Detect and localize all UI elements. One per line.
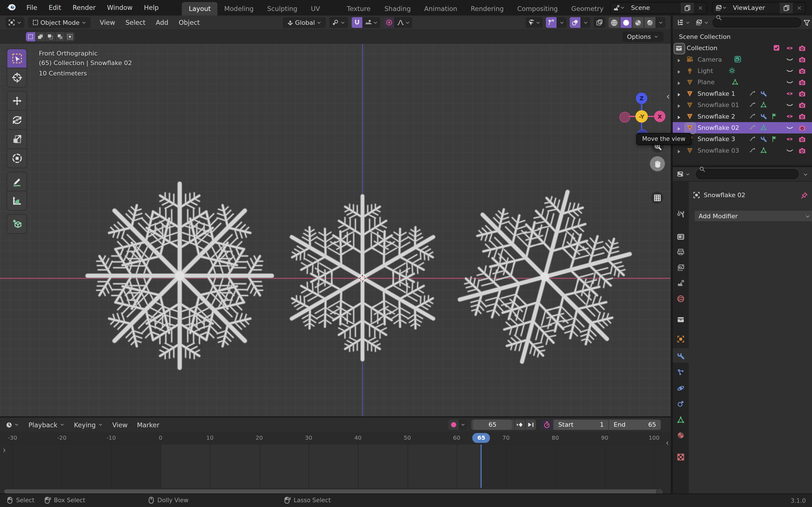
properties-tab-constraints[interactable]	[673, 396, 689, 411]
select-mode-extend-button[interactable]	[36, 32, 46, 41]
select-mode-set-button[interactable]	[26, 32, 36, 41]
properties-tab-particles[interactable]	[673, 365, 689, 379]
snap-toggle-button[interactable]	[352, 17, 363, 28]
timeline-menu-marker[interactable]: Marker	[132, 421, 164, 429]
eye-open-icon[interactable]	[786, 135, 794, 143]
workspace-tab-texture-paint[interactable]: Texture Paint	[340, 2, 377, 15]
outliner-row-snowflake-03[interactable]: Snowflake 03	[673, 145, 812, 156]
tool-measure-button[interactable]	[7, 191, 27, 211]
expand-icon[interactable]	[676, 149, 681, 154]
tool-cursor-button[interactable]	[7, 68, 27, 88]
tool-move-button[interactable]	[7, 91, 27, 111]
editor-type-button[interactable]	[6, 17, 24, 28]
mode-dropdown[interactable]: Object Mode	[28, 17, 90, 28]
object-visibility-dropdown[interactable]	[525, 17, 543, 28]
properties-tab-material[interactable]	[673, 428, 689, 442]
workspace-tab-layout[interactable]: Layout	[182, 2, 218, 15]
workspace-tab-uv-editing[interactable]: UV Editing	[304, 2, 340, 15]
unlink-scene-button[interactable]	[694, 2, 707, 13]
tool-scale-button[interactable]	[7, 129, 27, 149]
new-scene-button[interactable]	[680, 2, 694, 13]
properties-tab-scene[interactable]	[673, 276, 689, 290]
camera-render-icon[interactable]	[799, 147, 806, 154]
tool-annotate-button[interactable]	[7, 172, 27, 191]
viewport-menu-object[interactable]: Object	[173, 18, 205, 26]
workspace-tab-animation[interactable]: Animation	[417, 2, 464, 15]
properties-editor-type-button[interactable]	[675, 169, 692, 180]
camera-render-icon[interactable]	[799, 112, 806, 120]
workspace-tab-compositing[interactable]: Compositing	[511, 2, 565, 15]
current-frame-badge[interactable]: 65	[472, 433, 490, 443]
timeline-editor-type-button[interactable]	[4, 419, 21, 431]
eye-open-icon[interactable]	[786, 90, 794, 97]
expand-icon[interactable]	[676, 103, 681, 108]
outliner-row-plane[interactable]: Plane	[673, 76, 812, 88]
add-modifier-dropdown[interactable]: Add Modifier	[694, 210, 812, 222]
select-mode-invert-button[interactable]	[56, 32, 65, 41]
viewport-menu-view[interactable]: View	[94, 18, 120, 26]
timeline-ruler[interactable]: -30-20-10010203040506070809010065	[0, 432, 671, 445]
snowflake-object[interactable]	[460, 192, 630, 362]
expand-icon[interactable]	[676, 58, 681, 63]
scene-browse-button[interactable]	[611, 2, 627, 13]
properties-search-input[interactable]	[696, 169, 799, 179]
properties-tab-object[interactable]	[673, 332, 689, 346]
menu-help[interactable]: Help	[138, 0, 164, 15]
tool-add-cube-button[interactable]	[7, 214, 27, 234]
expand-icon[interactable]	[676, 80, 681, 86]
auto-keying-button[interactable]	[449, 420, 459, 430]
workspace-tab-shading[interactable]: Shading	[378, 2, 417, 15]
tool-transform-button[interactable]	[7, 149, 27, 168]
eye-open-icon[interactable]	[786, 44, 794, 52]
properties-tab-output[interactable]	[673, 245, 689, 259]
outliner-row-snowflake-3[interactable]: Snowflake 3	[673, 133, 812, 145]
outliner-display-mode-button[interactable]	[694, 17, 711, 28]
snowflake-object[interactable]	[87, 184, 272, 368]
viewlayer-name[interactable]: ViewLayer	[729, 4, 779, 11]
gizmo-x-axis[interactable]: X	[654, 111, 665, 122]
properties-tab-render[interactable]	[673, 229, 689, 244]
outliner-row-collection[interactable]: Collection	[673, 43, 812, 54]
scene-name[interactable]: Scene	[627, 4, 680, 11]
jump-end-button[interactable]	[525, 420, 536, 430]
camera-render-icon[interactable]	[799, 90, 806, 97]
gizmo-z-axis[interactable]: Z	[636, 93, 647, 104]
show-overlays-toggle[interactable]	[569, 17, 580, 28]
properties-tab-texture[interactable]	[673, 450, 689, 464]
menu-file[interactable]: File	[20, 0, 43, 15]
region-collapse-icon[interactable]	[665, 93, 670, 100]
properties-tab-physics[interactable]	[673, 381, 689, 395]
workspace-tab-geometry-nodes[interactable]: Geometry Nodes	[564, 2, 610, 15]
expand-icon[interactable]	[676, 92, 681, 97]
camera-render-icon[interactable]	[799, 67, 806, 74]
proportional-edit-toggle[interactable]	[384, 17, 395, 28]
overlay-options-dropdown[interactable]	[580, 17, 591, 28]
keying-set-chevron[interactable]	[459, 420, 467, 430]
shading-wireframe-button[interactable]	[608, 17, 620, 28]
properties-tab-tool[interactable]	[673, 207, 689, 221]
region-expand-icon[interactable]	[2, 446, 7, 454]
viewport-menu-add[interactable]: Add	[151, 18, 173, 26]
properties-tab-object-data[interactable]	[673, 412, 689, 427]
viewlayer-browse-button[interactable]	[713, 2, 729, 13]
transform-orientation-dropdown[interactable]: Global	[283, 17, 326, 28]
timeline-menu-view[interactable]: View	[108, 421, 133, 429]
menu-window[interactable]: Window	[101, 0, 138, 15]
move-view-button[interactable]	[650, 156, 665, 171]
workspace-tab-modeling[interactable]: Modeling	[217, 2, 260, 15]
menu-edit[interactable]: Edit	[43, 0, 67, 15]
timeline-menu-playback[interactable]: Playback	[24, 421, 69, 429]
gizmo-neg-x-axis[interactable]	[619, 112, 630, 123]
playhead-line[interactable]	[481, 445, 482, 488]
select-mode-intersect-button[interactable]	[65, 32, 74, 41]
toggle-xray-button[interactable]	[594, 17, 605, 28]
properties-tab-world[interactable]	[673, 291, 689, 305]
expand-icon[interactable]	[676, 69, 681, 74]
pin-icon[interactable]	[801, 192, 808, 199]
checkbox-icon[interactable]	[773, 45, 780, 51]
shading-solid-button[interactable]	[620, 17, 632, 28]
properties-tab-collection[interactable]	[673, 312, 689, 327]
tool-rotate-button[interactable]	[7, 110, 27, 130]
options-dropdown[interactable]: Options	[622, 32, 663, 42]
outliner-row-snowflake-01[interactable]: Snowflake 01	[673, 100, 812, 111]
